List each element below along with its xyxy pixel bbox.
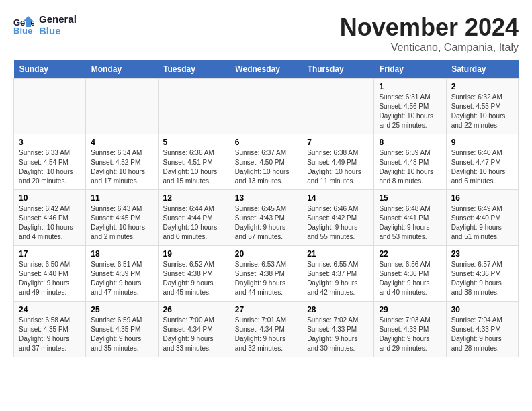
day-info: Sunrise: 7:03 AM Sunset: 4:33 PM Dayligh… [379, 316, 441, 353]
calendar-cell: 4Sunrise: 6:34 AM Sunset: 4:52 PM Daylig… [86, 134, 158, 190]
day-number: 16 [451, 193, 513, 203]
day-info: Sunrise: 6:45 AM Sunset: 4:43 PM Dayligh… [235, 204, 297, 242]
calendar-cell: 14Sunrise: 6:46 AM Sunset: 4:42 PM Dayli… [302, 190, 374, 246]
day-number: 24 [19, 305, 81, 314]
day-number: 28 [307, 305, 369, 314]
calendar-cell: 28Sunrise: 7:02 AM Sunset: 4:33 PM Dayli… [302, 302, 374, 357]
location: Venticano, Campania, Italy [340, 42, 519, 54]
day-info: Sunrise: 6:55 AM Sunset: 4:37 PM Dayligh… [307, 260, 369, 298]
logo-blue: Blue [39, 25, 77, 36]
calendar-cell: 6Sunrise: 6:37 AM Sunset: 4:50 PM Daylig… [230, 134, 302, 190]
day-number: 17 [19, 249, 81, 259]
calendar-cell: 11Sunrise: 6:43 AM Sunset: 4:45 PM Dayli… [86, 190, 158, 246]
calendar-cell: 25Sunrise: 6:59 AM Sunset: 4:35 PM Dayli… [86, 302, 158, 357]
day-number: 29 [379, 305, 441, 314]
day-info: Sunrise: 6:58 AM Sunset: 4:35 PM Dayligh… [19, 316, 81, 353]
day-info: Sunrise: 6:36 AM Sunset: 4:51 PM Dayligh… [163, 148, 225, 186]
calendar-table: Sunday Monday Tuesday Wednesday Thursday… [13, 60, 519, 357]
calendar-cell [230, 79, 302, 134]
day-number: 9 [451, 138, 513, 147]
calendar-week-4: 24Sunrise: 6:58 AM Sunset: 4:35 PM Dayli… [14, 302, 519, 357]
calendar-cell: 10Sunrise: 6:42 AM Sunset: 4:46 PM Dayli… [14, 190, 86, 246]
calendar-cell: 16Sunrise: 6:49 AM Sunset: 4:40 PM Dayli… [446, 190, 518, 246]
day-info: Sunrise: 6:38 AM Sunset: 4:49 PM Dayligh… [307, 148, 369, 186]
calendar-cell: 12Sunrise: 6:44 AM Sunset: 4:44 PM Dayli… [158, 190, 230, 246]
day-info: Sunrise: 6:32 AM Sunset: 4:55 PM Dayligh… [451, 93, 513, 130]
day-number: 3 [19, 138, 81, 147]
calendar-cell: 27Sunrise: 7:01 AM Sunset: 4:34 PM Dayli… [230, 302, 302, 357]
day-number: 10 [19, 193, 81, 203]
day-number: 25 [91, 305, 152, 314]
calendar-week-3: 17Sunrise: 6:50 AM Sunset: 4:40 PM Dayli… [14, 246, 519, 302]
day-info: Sunrise: 6:42 AM Sunset: 4:46 PM Dayligh… [19, 204, 81, 242]
calendar-cell: 23Sunrise: 6:57 AM Sunset: 4:36 PM Dayli… [446, 246, 518, 302]
col-wednesday: Wednesday [230, 60, 302, 79]
day-info: Sunrise: 6:43 AM Sunset: 4:45 PM Dayligh… [91, 204, 152, 242]
col-monday: Monday [86, 60, 158, 79]
day-info: Sunrise: 6:46 AM Sunset: 4:42 PM Dayligh… [307, 204, 369, 242]
calendar-cell: 22Sunrise: 6:56 AM Sunset: 4:36 PM Dayli… [374, 246, 446, 302]
day-info: Sunrise: 6:49 AM Sunset: 4:40 PM Dayligh… [451, 204, 513, 242]
calendar-cell: 19Sunrise: 6:52 AM Sunset: 4:38 PM Dayli… [158, 246, 230, 302]
calendar-cell: 18Sunrise: 6:51 AM Sunset: 4:39 PM Dayli… [86, 246, 158, 302]
calendar-cell [158, 79, 230, 134]
calendar-cell: 2Sunrise: 6:32 AM Sunset: 4:55 PM Daylig… [446, 79, 518, 134]
day-number: 13 [235, 193, 297, 203]
day-number: 1 [379, 82, 441, 91]
day-number: 11 [91, 193, 152, 203]
day-info: Sunrise: 7:00 AM Sunset: 4:34 PM Dayligh… [163, 316, 225, 353]
day-number: 18 [91, 249, 152, 259]
calendar-cell: 30Sunrise: 7:04 AM Sunset: 4:33 PM Dayli… [446, 302, 518, 357]
day-info: Sunrise: 6:53 AM Sunset: 4:38 PM Dayligh… [235, 260, 297, 298]
day-info: Sunrise: 6:52 AM Sunset: 4:38 PM Dayligh… [163, 260, 225, 298]
logo: General Blue General Blue [13, 13, 77, 36]
calendar-cell: 1Sunrise: 6:31 AM Sunset: 4:56 PM Daylig… [374, 79, 446, 134]
logo-icon: General Blue [13, 15, 34, 35]
calendar-cell: 24Sunrise: 6:58 AM Sunset: 4:35 PM Dayli… [14, 302, 86, 357]
day-number: 8 [379, 138, 441, 147]
day-number: 4 [91, 138, 152, 147]
day-number: 12 [163, 193, 225, 203]
day-info: Sunrise: 6:59 AM Sunset: 4:35 PM Dayligh… [91, 316, 152, 353]
day-number: 30 [451, 305, 513, 314]
calendar-cell [14, 79, 86, 134]
day-number: 2 [451, 82, 513, 91]
day-info: Sunrise: 6:34 AM Sunset: 4:52 PM Dayligh… [91, 148, 152, 186]
calendar-cell: 26Sunrise: 7:00 AM Sunset: 4:34 PM Dayli… [158, 302, 230, 357]
day-info: Sunrise: 6:51 AM Sunset: 4:39 PM Dayligh… [91, 260, 152, 298]
day-number: 19 [163, 249, 225, 259]
calendar-cell: 7Sunrise: 6:38 AM Sunset: 4:49 PM Daylig… [302, 134, 374, 190]
day-number: 23 [451, 249, 513, 259]
calendar-cell [302, 79, 374, 134]
day-info: Sunrise: 7:02 AM Sunset: 4:33 PM Dayligh… [307, 316, 369, 353]
calendar-cell: 15Sunrise: 6:48 AM Sunset: 4:41 PM Dayli… [374, 190, 446, 246]
day-number: 14 [307, 193, 369, 203]
day-number: 26 [163, 305, 225, 314]
day-number: 7 [307, 138, 369, 147]
calendar-cell: 21Sunrise: 6:55 AM Sunset: 4:37 PM Dayli… [302, 246, 374, 302]
calendar-cell: 13Sunrise: 6:45 AM Sunset: 4:43 PM Dayli… [230, 190, 302, 246]
day-info: Sunrise: 7:01 AM Sunset: 4:34 PM Dayligh… [235, 316, 297, 353]
calendar-cell: 20Sunrise: 6:53 AM Sunset: 4:38 PM Dayli… [230, 246, 302, 302]
day-number: 15 [379, 193, 441, 203]
calendar-body: 1Sunrise: 6:31 AM Sunset: 4:56 PM Daylig… [14, 79, 519, 357]
day-info: Sunrise: 6:44 AM Sunset: 4:44 PM Dayligh… [163, 204, 225, 242]
calendar-week-1: 3Sunrise: 6:33 AM Sunset: 4:54 PM Daylig… [14, 134, 519, 190]
month-title: November 2024 [340, 13, 519, 42]
calendar-cell: 29Sunrise: 7:03 AM Sunset: 4:33 PM Dayli… [374, 302, 446, 357]
calendar-header: Sunday Monday Tuesday Wednesday Thursday… [14, 60, 519, 79]
day-info: Sunrise: 6:50 AM Sunset: 4:40 PM Dayligh… [19, 260, 81, 298]
calendar-cell: 17Sunrise: 6:50 AM Sunset: 4:40 PM Dayli… [14, 246, 86, 302]
day-info: Sunrise: 6:40 AM Sunset: 4:47 PM Dayligh… [451, 148, 513, 186]
col-thursday: Thursday [302, 60, 374, 79]
col-friday: Friday [374, 60, 446, 79]
day-number: 6 [235, 138, 297, 147]
day-info: Sunrise: 6:57 AM Sunset: 4:36 PM Dayligh… [451, 260, 513, 298]
day-info: Sunrise: 6:33 AM Sunset: 4:54 PM Dayligh… [19, 148, 81, 186]
calendar-cell: 9Sunrise: 6:40 AM Sunset: 4:47 PM Daylig… [446, 134, 518, 190]
day-info: Sunrise: 6:39 AM Sunset: 4:48 PM Dayligh… [379, 148, 441, 186]
day-info: Sunrise: 7:04 AM Sunset: 4:33 PM Dayligh… [451, 316, 513, 353]
day-number: 27 [235, 305, 297, 314]
day-info: Sunrise: 6:31 AM Sunset: 4:56 PM Dayligh… [379, 93, 441, 130]
col-tuesday: Tuesday [158, 60, 230, 79]
